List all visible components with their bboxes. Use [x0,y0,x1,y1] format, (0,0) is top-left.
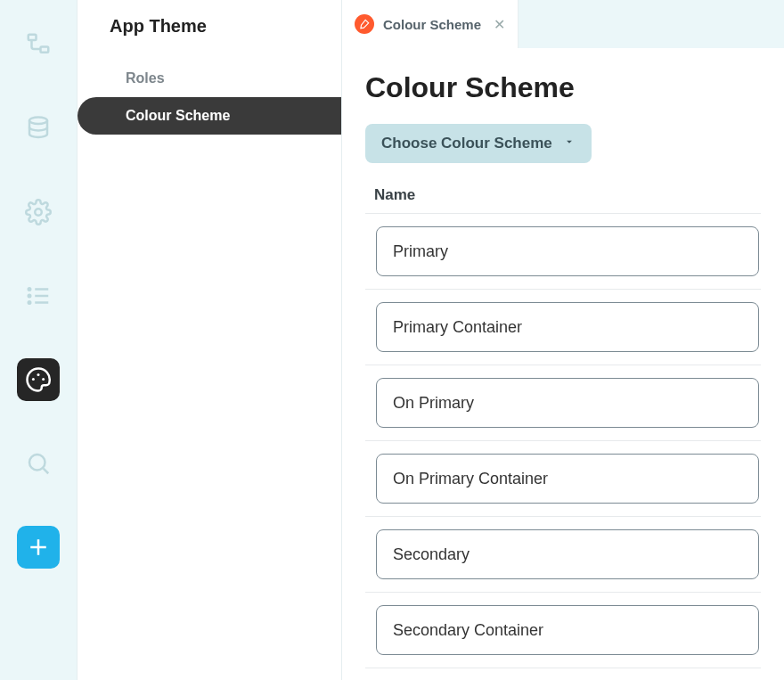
rail-list-icon[interactable] [17,274,60,317]
svg-rect-1 [41,47,49,53]
table-row [365,289,761,365]
name-input[interactable] [393,242,742,261]
name-input[interactable] [393,621,742,640]
name-field[interactable] [376,378,759,428]
name-input[interactable] [393,394,742,413]
rail-tree-icon[interactable] [17,23,60,66]
svg-point-10 [32,378,35,381]
name-field[interactable] [376,302,759,352]
tab-label: Colour Scheme [383,17,481,32]
page-title: Colour Scheme [365,71,761,104]
rail-search-icon[interactable] [17,442,60,485]
svg-point-9 [29,301,31,304]
tab-bar: Colour Scheme ✕ [342,0,784,48]
name-field[interactable] [376,605,759,655]
content: Colour Scheme Choose Colour Scheme Name … [342,48,784,680]
svg-point-3 [35,209,42,216]
choose-colour-scheme-button[interactable]: Choose Colour Scheme [365,124,592,163]
svg-point-12 [42,378,45,381]
svg-point-11 [37,373,40,376]
chevron-down-icon [563,135,576,152]
nav-rail [0,0,77,680]
sidebar: App Theme RolesColour Scheme [77,0,342,680]
sidebar-title: App Theme [78,0,341,60]
name-input[interactable] [393,470,742,488]
rail-gear-icon[interactable] [17,191,60,233]
tab-close-icon[interactable]: ✕ [494,16,505,33]
name-input[interactable] [393,545,742,564]
table-row [365,440,761,516]
table-row [365,213,761,289]
table-row [365,365,761,440]
table-row [365,592,761,668]
rail-add-button[interactable] [17,526,60,569]
tab-colour-scheme[interactable]: Colour Scheme ✕ [342,0,519,48]
name-field[interactable] [376,529,759,579]
svg-line-14 [44,469,49,474]
main: Colour Scheme ✕ Colour Scheme Choose Col… [342,0,784,680]
column-header-name: Name [365,179,761,213]
svg-rect-0 [29,35,37,40]
svg-point-2 [29,118,47,125]
name-field[interactable] [376,226,759,276]
name-field[interactable] [376,454,759,504]
svg-point-7 [29,288,31,291]
sidebar-item-colour-scheme[interactable]: Colour Scheme [78,97,341,135]
rail-database-icon[interactable] [17,107,60,150]
svg-point-8 [29,295,31,298]
brush-icon [355,14,374,34]
chooser-label: Choose Colour Scheme [381,135,552,152]
sidebar-item-roles[interactable]: Roles [78,60,341,97]
name-input[interactable] [393,318,742,337]
rail-palette-icon[interactable] [17,358,60,401]
svg-point-13 [29,455,45,471]
table-row [365,516,761,592]
